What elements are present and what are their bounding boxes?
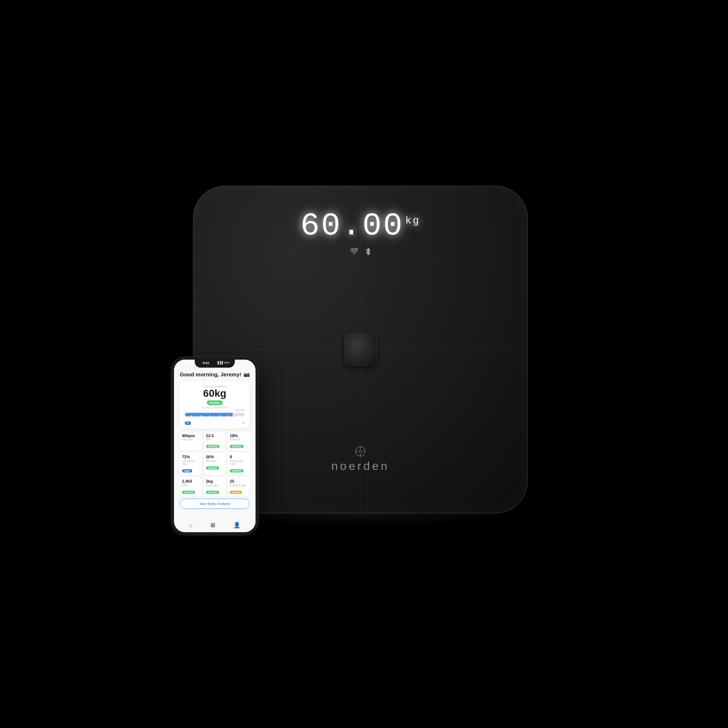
metric-value: 25 (230, 479, 248, 484)
phone-notch: 9:41 ▐▐▐ WiFi (195, 359, 235, 368)
metric-label: Metabolic age (230, 484, 248, 487)
metric-label: BMR (182, 484, 200, 487)
metric-status-badge: Healthy (206, 445, 219, 448)
scale-weight-value: 60.00 (300, 208, 404, 244)
goal-label: My Goal (235, 409, 245, 411)
progress-dot (219, 415, 220, 417)
scale-connectivity-icons (350, 248, 370, 258)
vs-last-measure-label: +0.3kg vs last measure (185, 406, 245, 409)
metric-label: Body Fat (230, 438, 248, 441)
metric-value: 18% (230, 434, 248, 438)
metric-cell: 90bpmheart rate (180, 431, 202, 451)
status-bar-icons: ▐▐▐ WiFi (217, 361, 230, 364)
metric-cell: 18%Body FatHealthy (228, 431, 250, 451)
weight-status-badge: Healthy (207, 401, 223, 405)
bottom-navigation: ⌂ ⊞ 👤 (180, 519, 250, 529)
metric-value: 56% (206, 455, 224, 459)
progress-dot (200, 415, 202, 417)
greeting-text: Good morning, Jeremy! (180, 371, 241, 378)
goal-row: My Goal (185, 409, 245, 411)
app-content: Good morning, Jeremy! 📷 Your last weight… (174, 359, 255, 532)
metric-label: Visceral fat index (230, 460, 248, 466)
brand-logo: noerden (331, 445, 389, 473)
metric-cell: 72%Lean Body MassHigh (180, 453, 202, 475)
phone-screen: Good morning, Jeremy! 📷 Your last weight… (174, 359, 255, 532)
current-weight-value: 60kg (185, 388, 245, 399)
svg-point-1 (359, 450, 362, 453)
progress-dots (191, 414, 239, 418)
metric-cell: 1,403BMRNormal (180, 477, 202, 497)
scale-weight-reading: 60.00kg (300, 208, 421, 244)
metrics-grid: 90bpmheart rate22.5BMIHealthy18%Body Fat… (180, 431, 250, 497)
metric-cell: 25Metabolic ageAbove (228, 477, 250, 497)
progress-dot (228, 415, 229, 417)
status-bar-time: 9:41 (203, 361, 209, 365)
metric-label: Hydration (206, 460, 224, 463)
brand-name: noerden (331, 459, 389, 473)
metric-value: 8 (230, 455, 248, 459)
metric-status-badge: Healthy (230, 445, 243, 448)
smartphone: 9:41 ▐▐▐ WiFi Good morning, Jeremy! 📷 Yo… (171, 357, 258, 535)
metric-cell: 56%HydrationNormal (204, 453, 226, 475)
progress-dot (237, 415, 239, 417)
metric-label: Bone mass (206, 484, 224, 487)
metric-value: 1,403 (182, 479, 200, 484)
nav-profile-icon[interactable]: 👤 (233, 522, 241, 529)
wifi-status-icon: WiFi (224, 361, 230, 364)
scale-unit: kg (405, 215, 421, 226)
metric-cell: 2kgBone massNormal (204, 477, 226, 497)
progress-start-label: 60 (185, 422, 191, 425)
progress-end-label: 70 (242, 422, 245, 425)
metric-cell: 22.5BMIHealthy (204, 431, 226, 451)
metric-status-badge: Healthy (230, 469, 243, 473)
metric-value: 22.5 (206, 434, 224, 438)
app-header: Good morning, Jeremy! 📷 (180, 371, 250, 378)
metric-label: Lean Body Mass (182, 460, 200, 466)
metric-status-badge: Normal (206, 491, 219, 494)
scale-display: 60.00kg (300, 208, 421, 258)
metric-value: 90bpm (182, 434, 200, 438)
metric-label: heart rate (182, 438, 200, 441)
metric-value: 72% (182, 455, 200, 459)
scale-center-pad (344, 333, 377, 366)
metric-value: 2kg (206, 479, 224, 484)
metric-cell: 8Visceral fat indexHealthy (228, 453, 250, 475)
start-body-analysis-button[interactable]: Start Body Analysis (180, 499, 250, 509)
bluetooth-icon (366, 248, 370, 258)
progress-labels: 60 70 (185, 422, 245, 425)
signal-icon: ▐▐▐ (217, 361, 223, 364)
metric-status-badge: Normal (206, 466, 219, 470)
progress-bar-container (185, 413, 245, 419)
nav-home-icon[interactable]: ⌂ (189, 522, 193, 529)
metric-status-badge: High (182, 469, 192, 473)
nav-grid-icon[interactable]: ⊞ (210, 522, 215, 529)
metric-status-badge: Normal (182, 491, 195, 494)
progress-dot (191, 415, 192, 417)
camera-icon[interactable]: 📷 (243, 371, 250, 377)
weight-card: Your last weight-in 60kg Healthy +0.3kg … (180, 381, 250, 428)
metric-status-badge: Above (230, 491, 242, 494)
progress-dot (209, 415, 211, 417)
metric-label: BMI (206, 438, 224, 441)
wifi-icon (350, 248, 358, 258)
progress-bar-track (185, 413, 245, 416)
